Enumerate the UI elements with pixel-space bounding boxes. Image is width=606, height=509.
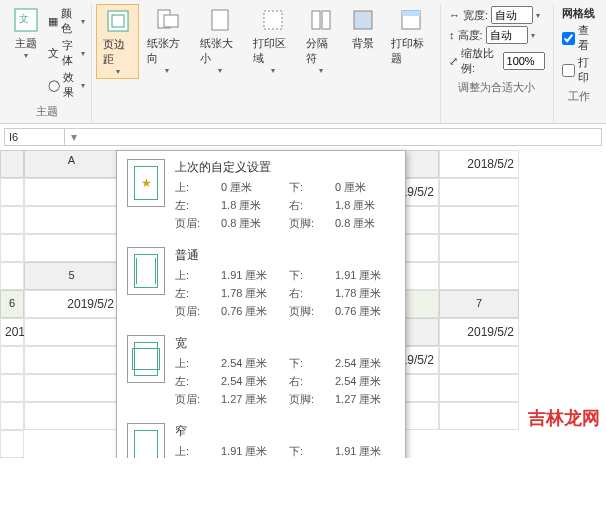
orientation-button[interactable]: 纸张方向▾ <box>141 4 192 79</box>
cell[interactable] <box>24 402 119 430</box>
cell[interactable] <box>24 178 119 206</box>
themes-icon: 文 <box>12 6 40 34</box>
background-icon <box>349 6 377 34</box>
cell[interactable] <box>0 178 24 206</box>
column-header[interactable]: A <box>24 150 119 178</box>
margins-icon <box>104 7 132 35</box>
margins-button[interactable]: 页边距▾ <box>96 4 139 79</box>
print-area-button[interactable]: 打印区域▾ <box>247 4 298 79</box>
height-input[interactable] <box>486 26 528 44</box>
ribbon: 文 主题 ▾ ▦颜色▾ 文字体▾ ◯效果▾ 主题 页边距▾ 纸张方向▾ <box>0 0 606 124</box>
cell[interactable] <box>439 346 519 374</box>
name-box[interactable]: I6 <box>5 129 65 145</box>
svg-rect-7 <box>264 11 282 29</box>
chevron-down-icon: ▾ <box>24 51 28 60</box>
svg-rect-5 <box>164 15 178 27</box>
margins-dropdown: 上次的自定义设置 上:0 厘米下:0 厘米 左:1.8 厘米右:1.8 厘米 页… <box>116 150 406 458</box>
preset-thumb-icon <box>127 335 165 383</box>
width-icon: ↔ <box>449 9 460 21</box>
ribbon-group-pagesetup: 页边距▾ 纸张方向▾ 纸张大小▾ 打印区域▾ 分隔符▾ 背景 <box>92 4 441 123</box>
palette-icon: ▦ <box>48 15 58 28</box>
group-label-theme: 主题 <box>36 102 58 123</box>
margin-preset[interactable]: 普通 上:1.91 厘米下:1.91 厘米 左:1.78 厘米右:1.78 厘米… <box>117 239 405 327</box>
background-button[interactable]: 背景 <box>343 4 383 79</box>
ribbon-group-grid: 网格线 查看 打印 工作 <box>554 4 604 123</box>
print-area-icon <box>259 6 287 34</box>
effects-icon: ◯ <box>48 79 60 92</box>
spreadsheet-grid[interactable]: ADEF12018/5/222019/5/232019/5/242019/5/2… <box>0 150 606 458</box>
themes-button[interactable]: 文 主题 ▾ <box>6 4 46 102</box>
row-header[interactable]: 7 <box>439 290 519 318</box>
scale-input[interactable] <box>503 52 545 70</box>
cell[interactable]: 2019/5/2 <box>439 318 519 346</box>
watermark: 吉林龙网 <box>528 406 600 430</box>
cell[interactable] <box>0 374 24 402</box>
preset-title: 宽 <box>175 335 395 352</box>
svg-rect-6 <box>212 10 228 30</box>
cell[interactable] <box>24 206 119 234</box>
margin-preset[interactable]: 窄 上:1.91 厘米下:1.91 厘米 左:0.64 厘米右:0.64 厘米 … <box>117 415 405 458</box>
ribbon-group-scale: ↔宽度:▾ ↕高度:▾ ⤢缩放比例: 调整为合适大小 <box>441 4 553 123</box>
cell[interactable] <box>24 374 119 402</box>
margin-preset[interactable]: 宽 上:2.54 厘米下:2.54 厘米 左:2.54 厘米右:2.54 厘米 … <box>117 327 405 415</box>
cell[interactable] <box>439 206 519 234</box>
cell[interactable] <box>439 178 519 206</box>
svg-rect-2 <box>108 11 128 31</box>
cell[interactable]: 2018/5/2 <box>439 150 519 178</box>
theme-options: ▦颜色▾ 文字体▾ ◯效果▾ <box>46 4 87 102</box>
preset-thumb-icon <box>127 423 165 458</box>
cell[interactable] <box>0 430 24 458</box>
gridlines-view-checkbox[interactable] <box>562 32 575 45</box>
cell[interactable] <box>0 346 24 374</box>
cell[interactable] <box>439 374 519 402</box>
cell[interactable] <box>439 402 519 430</box>
cell[interactable] <box>0 402 24 430</box>
preset-title: 上次的自定义设置 <box>175 159 395 176</box>
row-header[interactable]: 5 <box>24 262 119 290</box>
cell[interactable] <box>0 206 24 234</box>
font-icon: 文 <box>48 46 59 61</box>
cell[interactable] <box>0 262 24 290</box>
group-label-scale: 调整为合适大小 <box>458 78 535 99</box>
preset-title: 普通 <box>175 247 395 264</box>
preset-thumb-icon <box>127 247 165 295</box>
margin-preset[interactable]: 上次的自定义设置 上:0 厘米下:0 厘米 左:1.8 厘米右:1.8 厘米 页… <box>117 151 405 239</box>
name-box-bar: I6 ▾ <box>4 128 602 146</box>
pagesize-icon <box>206 6 234 34</box>
cell[interactable] <box>24 318 119 346</box>
cell[interactable]: 2019/5/2 <box>24 290 119 318</box>
row-header[interactable]: 6 <box>0 290 24 318</box>
cell[interactable] <box>439 234 519 262</box>
width-input[interactable] <box>491 6 533 24</box>
chevron-down-icon[interactable]: ▾ <box>65 130 83 144</box>
colors-button[interactable]: ▦颜色▾ <box>48 6 85 36</box>
print-titles-button[interactable]: 打印标题 <box>385 4 436 79</box>
svg-rect-9 <box>322 11 330 29</box>
select-all-corner[interactable] <box>0 150 24 178</box>
svg-rect-8 <box>312 11 320 29</box>
effects-button[interactable]: ◯效果▾ <box>48 70 85 100</box>
cell[interactable] <box>439 262 519 290</box>
gridlines-print-checkbox[interactable] <box>562 64 575 77</box>
scale-icon: ⤢ <box>449 55 458 68</box>
cell[interactable]: 2019/5/2 <box>0 318 24 346</box>
breaks-button[interactable]: 分隔符▾ <box>300 4 341 79</box>
svg-rect-12 <box>402 11 420 16</box>
size-button[interactable]: 纸张大小▾ <box>194 4 245 79</box>
height-icon: ↕ <box>449 29 455 41</box>
cell[interactable] <box>0 234 24 262</box>
orientation-icon <box>153 6 181 34</box>
print-titles-icon <box>397 6 425 34</box>
preset-thumb-icon <box>127 159 165 207</box>
fonts-button[interactable]: 文字体▾ <box>48 38 85 68</box>
svg-text:文: 文 <box>19 13 29 24</box>
breaks-icon <box>307 6 335 34</box>
svg-rect-10 <box>354 11 372 29</box>
cell[interactable] <box>24 234 119 262</box>
ribbon-group-theme: 文 主题 ▾ ▦颜色▾ 文字体▾ ◯效果▾ 主题 <box>2 4 92 123</box>
cell[interactable] <box>24 346 119 374</box>
preset-title: 窄 <box>175 423 395 440</box>
